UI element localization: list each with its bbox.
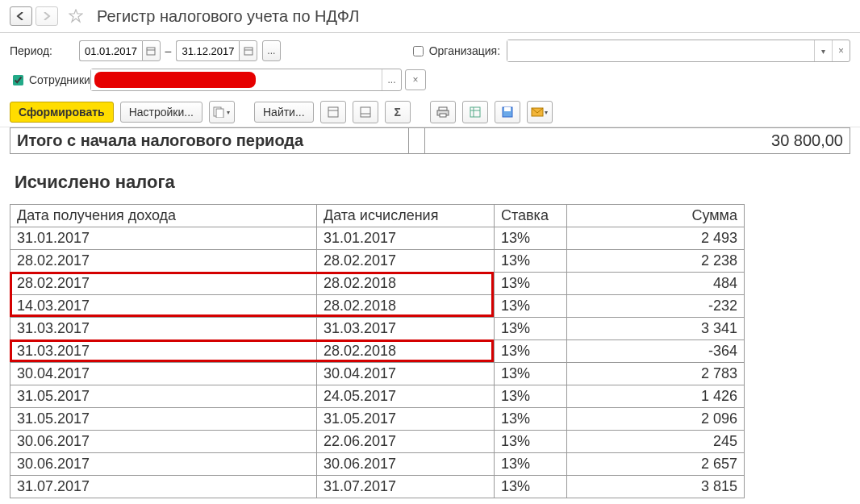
employees-clear-button[interactable]: × xyxy=(405,69,426,90)
date-from-input[interactable] xyxy=(79,40,142,61)
calendar-icon xyxy=(244,46,253,56)
svg-rect-6 xyxy=(328,107,338,117)
col-rate: Ставка xyxy=(495,205,567,227)
cell-rate: 13% xyxy=(495,340,567,363)
table-row: 31.07.201731.07.201713%3 815 xyxy=(10,476,745,498)
sum-button[interactable]: Σ xyxy=(385,101,411,123)
table-row: 30.04.201730.04.201713%2 783 xyxy=(10,363,745,385)
cell-income-date: 30.06.2017 xyxy=(10,431,317,453)
arrow-left-icon xyxy=(16,12,26,20)
toolbar: Сформировать Настройки... ▾ Найти... Σ ▾ xyxy=(0,98,860,127)
favorite-button[interactable] xyxy=(66,6,86,26)
date-to-calendar-button[interactable] xyxy=(239,40,257,61)
cell-income-date: 30.04.2017 xyxy=(10,363,317,385)
svg-rect-13 xyxy=(470,107,480,117)
cell-sum: 2 096 xyxy=(567,408,745,431)
cell-income-date: 31.05.2017 xyxy=(10,408,317,431)
cell-rate: 13% xyxy=(495,318,567,340)
cell-sum: 1 426 xyxy=(567,385,745,408)
employees-input[interactable] xyxy=(91,69,382,90)
total-label: Итого с начала налогового периода xyxy=(10,128,409,153)
org-label: Организация: xyxy=(429,44,500,57)
svg-rect-2 xyxy=(244,48,253,55)
save-file-button[interactable] xyxy=(495,101,520,123)
table-expand-icon xyxy=(328,106,339,118)
table-button[interactable] xyxy=(462,101,488,123)
sheets-icon xyxy=(213,106,226,118)
cell-income-date: 31.05.2017 xyxy=(10,385,317,408)
cell-calc-date: 31.07.2017 xyxy=(317,476,495,498)
cell-sum: 2 238 xyxy=(567,250,745,273)
nav-back-button[interactable] xyxy=(10,6,32,26)
cell-sum: 3 815 xyxy=(567,476,745,498)
cell-rate: 13% xyxy=(495,385,567,408)
cell-rate: 13% xyxy=(495,295,567,318)
cell-rate: 13% xyxy=(495,453,567,476)
table-row: 31.03.201731.03.201713%3 341 xyxy=(10,318,745,340)
titlebar: Регистр налогового учета по НДФЛ xyxy=(0,0,860,33)
table-row: 30.06.201722.06.201713%245 xyxy=(10,431,745,453)
printer-icon xyxy=(436,106,449,118)
svg-rect-8 xyxy=(361,107,370,117)
table-row: 30.06.201730.06.201713%2 657 xyxy=(10,453,745,476)
collapse-groups-button[interactable] xyxy=(353,101,378,123)
table-row: 31.03.201728.02.201813%-364 xyxy=(10,340,745,363)
table-icon xyxy=(470,106,481,118)
tax-table: Дата получения дохода Дата исчисления Ст… xyxy=(10,204,745,498)
col-calc-date: Дата исчисления xyxy=(317,205,495,227)
cell-rate: 13% xyxy=(495,408,567,431)
cell-calc-date: 30.04.2017 xyxy=(317,363,495,385)
svg-rect-17 xyxy=(504,107,511,111)
calendar-icon xyxy=(146,46,156,56)
employees-checkbox[interactable] xyxy=(13,75,23,85)
diskette-icon xyxy=(502,106,513,118)
table-header-row: Дата получения дохода Дата исчисления Ст… xyxy=(10,205,745,227)
employees-picker-button[interactable]: ... xyxy=(382,69,401,90)
envelope-icon xyxy=(531,107,544,117)
cell-calc-date: 31.01.2017 xyxy=(317,227,495,250)
table-row: 28.02.201728.02.201713%2 238 xyxy=(10,250,745,273)
col-income-date: Дата получения дохода xyxy=(10,205,317,227)
col-sum: Сумма xyxy=(567,205,745,227)
cell-income-date: 14.03.2017 xyxy=(10,295,317,318)
cell-calc-date: 28.02.2017 xyxy=(317,250,495,273)
email-button[interactable]: ▾ xyxy=(527,101,553,123)
period-label: Период: xyxy=(10,44,79,57)
org-dropdown-button[interactable]: ▾ xyxy=(814,40,832,61)
expand-groups-button[interactable] xyxy=(320,101,346,123)
cell-sum: 3 341 xyxy=(567,318,745,340)
save-settings-button[interactable]: ▾ xyxy=(209,101,235,123)
cell-rate: 13% xyxy=(495,476,567,498)
arrow-right-icon xyxy=(42,12,52,20)
date-to-input[interactable] xyxy=(176,40,239,61)
cell-rate: 13% xyxy=(495,431,567,453)
svg-rect-10 xyxy=(439,107,447,110)
total-value: 30 800,00 xyxy=(425,128,850,153)
cell-sum: 484 xyxy=(567,273,745,295)
cell-income-date: 30.06.2017 xyxy=(10,453,317,476)
org-input[interactable] xyxy=(507,40,814,61)
cell-income-date: 28.02.2017 xyxy=(10,273,317,295)
period-picker-button[interactable]: ... xyxy=(262,40,281,61)
date-separator: – xyxy=(165,44,172,57)
cell-calc-date: 30.06.2017 xyxy=(317,453,495,476)
find-button[interactable]: Найти... xyxy=(254,102,314,123)
cell-sum: -364 xyxy=(567,340,745,363)
settings-button[interactable]: Настройки... xyxy=(120,102,202,123)
nav-forward-button[interactable] xyxy=(35,6,58,26)
print-button[interactable] xyxy=(430,101,456,123)
table-collapse-icon xyxy=(360,106,371,118)
cell-calc-date: 24.05.2017 xyxy=(317,385,495,408)
svg-rect-0 xyxy=(147,48,155,55)
cell-sum: -232 xyxy=(567,295,745,318)
employees-label: Сотрудники: xyxy=(29,73,94,86)
svg-rect-5 xyxy=(216,109,223,118)
org-checkbox[interactable] xyxy=(413,46,424,56)
cell-calc-date: 31.05.2017 xyxy=(317,408,495,431)
svg-rect-12 xyxy=(440,114,446,117)
cell-calc-date: 28.02.2018 xyxy=(317,273,495,295)
sigma-icon: Σ xyxy=(394,106,400,119)
generate-button[interactable]: Сформировать xyxy=(10,102,114,123)
date-from-calendar-button[interactable] xyxy=(142,40,161,61)
org-clear-button[interactable]: × xyxy=(832,40,850,61)
